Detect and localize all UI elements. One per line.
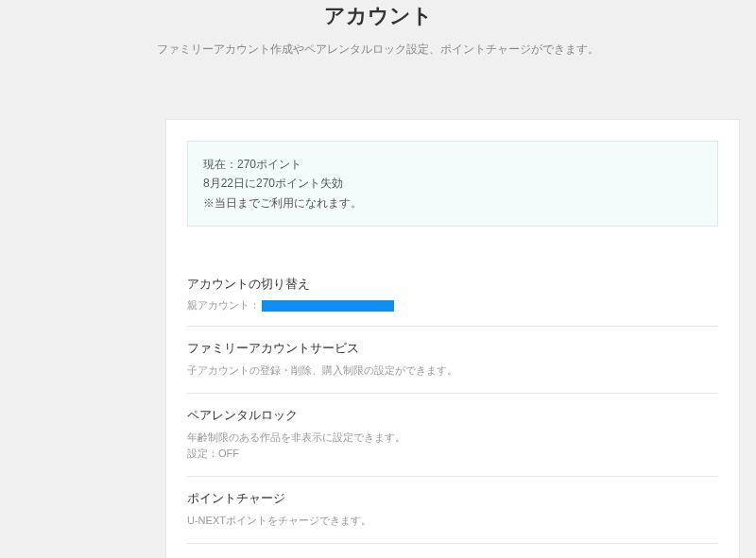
- section-point-charge[interactable]: ポイントチャージ U-NEXTポイントをチャージできます。: [187, 477, 718, 544]
- parental-setting-value: 設定：OFF: [187, 446, 718, 463]
- page-subtitle: ファミリーアカウント作成やペアレンタルロック設定、ポイントチャージができます。: [19, 42, 737, 58]
- points-expiry: 8月22日に270ポイント失効: [203, 174, 702, 193]
- section-desc-family: 子アカウントの登録・削除、購入制限の設定ができます。: [187, 363, 718, 380]
- section-title-parental: ペアレンタルロック: [187, 407, 718, 424]
- section-point-usage[interactable]: ポイント利用 ポイント還元予定や、過去180日間のU-NEXTポイントの利用履歴…: [187, 544, 718, 558]
- points-current: 現在：270ポイント: [203, 155, 702, 174]
- section-family-account[interactable]: ファミリーアカウントサービス 子アカウントの登録・削除、購入制限の設定ができます…: [187, 327, 718, 394]
- section-title-switch: アカウントの切り替え: [187, 276, 718, 293]
- content-card: 現在：270ポイント 8月22日に270ポイント失効 ※当日までご利用になれます…: [165, 119, 740, 558]
- section-desc-parental: 年齢制限のある作品を非表示に設定できます。: [187, 430, 718, 447]
- points-info-box: 現在：270ポイント 8月22日に270ポイント失効 ※当日までご利用になれます…: [187, 141, 718, 227]
- page-title: アカウント: [19, 0, 737, 30]
- section-desc-charge: U-NEXTポイントをチャージできます。: [187, 513, 718, 530]
- section-account-switch[interactable]: アカウントの切り替え 親アカウント：: [187, 262, 718, 327]
- section-parental-lock[interactable]: ペアレンタルロック 年齢制限のある作品を非表示に設定できます。 設定：OFF: [187, 394, 718, 477]
- points-note: ※当日までご利用になれます。: [203, 194, 702, 212]
- redacted-account-name: [262, 300, 394, 312]
- parent-account-line: 親アカウント：: [187, 298, 718, 313]
- parent-account-label: 親アカウント：: [187, 299, 260, 311]
- section-title-family: ファミリーアカウントサービス: [187, 340, 718, 357]
- header: アカウント ファミリーアカウント作成やペアレンタルロック設定、ポイントチャージが…: [0, 0, 756, 86]
- section-title-charge: ポイントチャージ: [187, 490, 718, 507]
